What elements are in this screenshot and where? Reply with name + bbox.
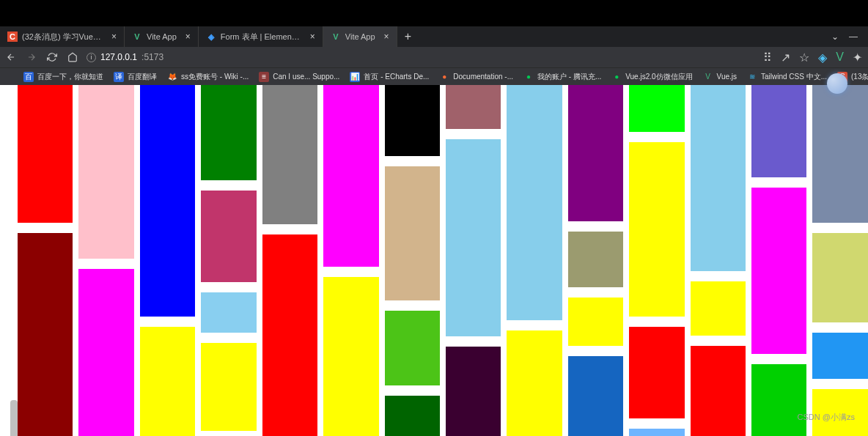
- bookmark-item[interactable]: 译百度翻译: [114, 72, 157, 82]
- masonry-column: [140, 85, 195, 436]
- bookmark-favicon: ●: [611, 72, 622, 82]
- bookmark-favicon: ●: [523, 72, 534, 82]
- window-topbar: [0, 0, 868, 26]
- close-tab-icon[interactable]: ×: [384, 32, 389, 42]
- bookmarks-bar: 百百度一下，你就知道译百度翻译🦊ss免费账号 - Wiki -...≡Can I…: [0, 67, 868, 85]
- left-scrollbar-track: [0, 85, 18, 436]
- color-block: [629, 327, 684, 418]
- bookmark-favicon: V: [703, 72, 713, 82]
- color-block: [507, 85, 562, 320]
- masonry-column: [751, 85, 806, 436]
- masonry-column: [812, 85, 867, 436]
- bookmark-item[interactable]: ●Documentation -...: [439, 72, 513, 82]
- bookmark-item[interactable]: VVue.js: [703, 72, 737, 82]
- color-block: [385, 396, 440, 436]
- color-block: [691, 85, 746, 271]
- bookmark-label: Tailwind CSS 中文...: [761, 72, 827, 82]
- back-button[interactable]: [6, 52, 16, 62]
- color-block: [446, 139, 501, 336]
- new-tab-button[interactable]: +: [397, 30, 419, 43]
- masonry-column: [507, 85, 562, 436]
- extensions-icon[interactable]: ✦: [853, 51, 862, 64]
- color-block: [691, 281, 746, 336]
- home-button[interactable]: [67, 52, 78, 62]
- color-block: [78, 269, 133, 436]
- bookmark-favicon: 百: [23, 72, 34, 82]
- vue-icon[interactable]: V: [836, 51, 844, 64]
- color-block: [18, 233, 73, 436]
- bookmark-favicon: 译: [114, 72, 124, 82]
- scrollbar-thumb[interactable]: [10, 400, 18, 436]
- tab-favicon: C: [7, 32, 18, 42]
- color-block: [262, 85, 317, 224]
- address-bar: i 127.0.0.1:5173 ⠿ ↗ ☆ ◈ V ✦: [0, 47, 868, 67]
- color-block: [78, 85, 133, 259]
- close-tab-icon[interactable]: ×: [111, 32, 117, 42]
- masonry-column: [691, 85, 746, 436]
- bookmark-label: Vue.js: [717, 73, 737, 81]
- share-icon[interactable]: ↗: [781, 51, 790, 64]
- color-block: [629, 429, 684, 436]
- color-block: [18, 85, 73, 223]
- bookmark-item[interactable]: 百百度一下，你就知道: [23, 72, 103, 82]
- color-block: [201, 343, 256, 431]
- close-tab-icon[interactable]: ×: [185, 32, 191, 42]
- bookmark-label: 首页 - ECharts De...: [364, 72, 429, 82]
- bookmark-label: ss免费账号 - Wiki -...: [181, 72, 249, 82]
- bookmark-item[interactable]: ●我的账户 - 腾讯充...: [523, 72, 601, 82]
- color-block: [140, 85, 195, 317]
- site-info-icon[interactable]: i: [87, 53, 96, 62]
- tab-favicon: ◈: [206, 32, 216, 42]
- color-block: [140, 327, 195, 436]
- bookmark-item[interactable]: 📊首页 - ECharts De...: [350, 72, 429, 82]
- masonry-column: [262, 85, 317, 436]
- tab-title: Vite App: [345, 32, 375, 41]
- bookmark-label: Documentation -...: [453, 73, 513, 81]
- bookmark-item[interactable]: 🦊ss免费账号 - Wiki -...: [167, 72, 249, 82]
- diamond-icon[interactable]: ◈: [818, 51, 827, 64]
- color-block: [323, 85, 378, 267]
- masonry-column: [201, 85, 256, 436]
- bookmark-label: (13条消息) Vue 基...: [851, 72, 868, 82]
- minimize-button[interactable]: —: [849, 32, 858, 42]
- bookmark-favicon: 📊: [350, 72, 360, 82]
- bookmark-label: 百度翻译: [128, 72, 157, 82]
- browser-tab[interactable]: VVite App×: [323, 26, 397, 47]
- browser-tab[interactable]: ◈Form 表单 | Element Plus×: [199, 26, 323, 47]
- reload-button[interactable]: [47, 52, 57, 62]
- bookmark-item[interactable]: ●Vue.js2.0仿微信应用: [611, 72, 692, 82]
- color-block: [568, 356, 623, 436]
- bookmark-favicon: 🦊: [167, 72, 177, 82]
- masonry-column: [629, 85, 684, 436]
- color-block: [201, 292, 256, 333]
- tab-title: Form 表单 | Element Plus: [221, 32, 301, 43]
- masonry-column: [568, 85, 623, 436]
- bookmark-item[interactable]: ≋Tailwind CSS 中文...: [747, 72, 827, 82]
- chevron-down-icon[interactable]: ⌄: [831, 32, 839, 42]
- url-port: :5173: [141, 52, 163, 62]
- browser-tab[interactable]: VVite App×: [125, 26, 199, 47]
- color-block: [568, 85, 623, 221]
- browser-tab[interactable]: C(32条消息) 学习Vue3 第十四章×: [0, 26, 125, 47]
- floating-orb-icon[interactable]: [827, 73, 847, 94]
- url-display[interactable]: i 127.0.0.1:5173: [87, 52, 163, 62]
- watermark: CSDN @小满zs: [798, 412, 855, 423]
- translate-icon[interactable]: ⠿: [763, 51, 772, 64]
- bookmark-favicon: ≡: [259, 72, 269, 82]
- color-block: [629, 142, 684, 317]
- forward-button[interactable]: [26, 52, 37, 62]
- window-controls: ⌄ —: [831, 32, 868, 42]
- bookmark-item[interactable]: ≡Can I use... Suppo...: [259, 72, 339, 82]
- bookmark-label: Vue.js2.0仿微信应用: [625, 72, 692, 82]
- bookmark-label: 百度一下，你就知道: [37, 72, 103, 82]
- close-tab-icon[interactable]: ×: [310, 32, 315, 42]
- color-block: [385, 85, 440, 156]
- color-block: [507, 330, 562, 436]
- bookmark-favicon: ●: [439, 72, 449, 82]
- color-block: [201, 85, 256, 180]
- masonry-column: [446, 85, 501, 436]
- color-block: [446, 85, 501, 129]
- tab-title: (32条消息) 学习Vue3 第十四章: [22, 32, 103, 43]
- page-content: [18, 85, 868, 436]
- star-icon[interactable]: ☆: [799, 51, 809, 64]
